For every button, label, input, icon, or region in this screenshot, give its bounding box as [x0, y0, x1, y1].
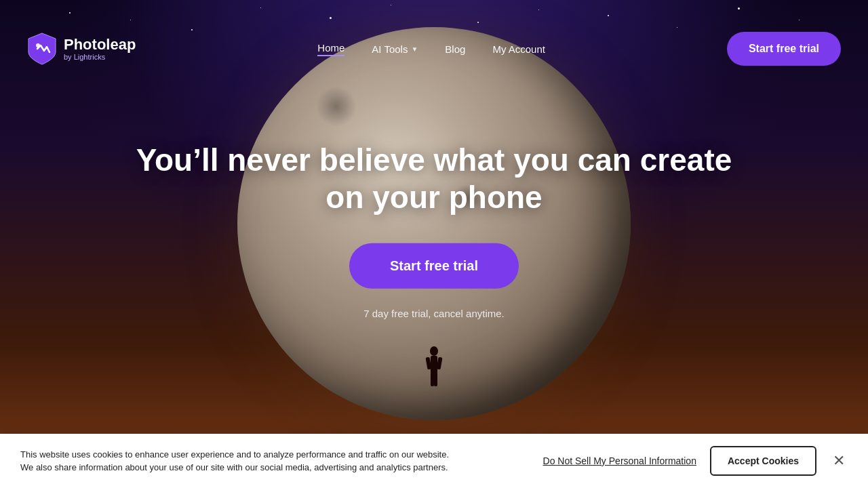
- hero-title: You’ll never believe what you can create…: [129, 142, 739, 216]
- navbar: Photoleap by Lightricks Home AI Tools ▼ …: [0, 22, 868, 76]
- svg-rect-1: [431, 356, 437, 373]
- cookie-text: This website uses cookies to enhance use…: [20, 448, 461, 474]
- svg-rect-3: [434, 371, 437, 386]
- hero-content: You’ll never believe what you can create…: [129, 142, 739, 319]
- logo-sub: by Lightricks: [64, 53, 136, 61]
- nav-blog[interactable]: Blog: [445, 43, 465, 55]
- nav-ai-tools[interactable]: AI Tools ▼: [372, 43, 418, 55]
- do-not-sell-button[interactable]: Do Not Sell My Personal Information: [543, 455, 696, 466]
- nav-start-trial-button[interactable]: Start free trial: [727, 32, 841, 66]
- hero-subtext: 7 day free trial, cancel anytime.: [129, 308, 739, 319]
- chevron-down-icon: ▼: [411, 45, 418, 53]
- nav-ai-tools-label: AI Tools: [372, 43, 408, 55]
- figure-silhouette: [424, 346, 444, 400]
- cookie-banner: This website uses cookies to enhance use…: [0, 434, 868, 488]
- close-cookie-button[interactable]: ✕: [830, 453, 848, 468]
- cookie-actions: Do Not Sell My Personal Information Acce…: [543, 446, 848, 476]
- svg-point-0: [430, 346, 438, 356]
- logo[interactable]: Photoleap by Lightricks: [27, 32, 136, 66]
- svg-rect-2: [431, 371, 434, 386]
- close-icon: ✕: [833, 452, 845, 469]
- nav-my-account[interactable]: My Account: [492, 43, 545, 55]
- accept-cookies-button[interactable]: Accept Cookies: [710, 446, 816, 476]
- svg-point-6: [36, 43, 40, 47]
- logo-name: Photoleap: [64, 37, 136, 53]
- photoleap-logo-icon: [27, 32, 57, 66]
- logo-text: Photoleap by Lightricks: [64, 37, 136, 61]
- hero-start-trial-button[interactable]: Start free trial: [349, 243, 519, 289]
- nav-links: Home AI Tools ▼ Blog My Account: [317, 42, 545, 56]
- nav-home[interactable]: Home: [317, 42, 344, 56]
